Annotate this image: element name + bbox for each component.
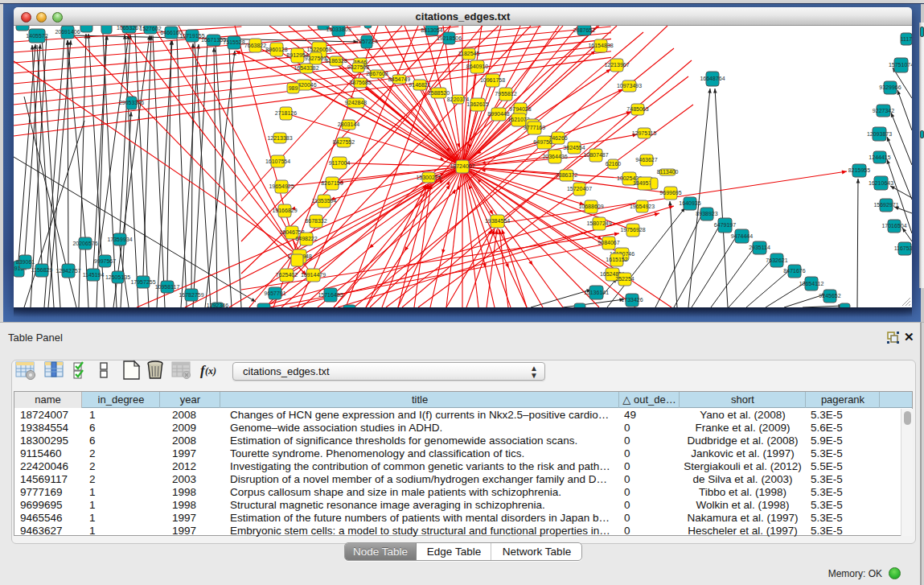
svg-text:10653267: 10653267 xyxy=(117,26,142,31)
svg-text:6479197: 6479197 xyxy=(714,222,736,228)
svg-text:9245652: 9245652 xyxy=(819,293,840,299)
svg-text:9329966: 9329966 xyxy=(879,84,901,90)
svg-text:8990448: 8990448 xyxy=(487,111,509,117)
svg-text:8471676: 8471676 xyxy=(783,268,805,274)
svg-text:2718126: 2718126 xyxy=(275,110,297,116)
svg-text:15300275: 15300275 xyxy=(416,175,441,180)
svg-text:9084067: 9084067 xyxy=(598,240,619,245)
svg-text:746266: 746266 xyxy=(548,135,567,141)
svg-text:16914479: 16914479 xyxy=(301,272,326,278)
svg-text:1640935: 1640935 xyxy=(679,200,700,206)
svg-text:19654925: 19654925 xyxy=(269,183,294,189)
svg-text:8186328: 8186328 xyxy=(325,58,347,64)
svg-text:16543382: 16543382 xyxy=(294,65,318,71)
svg-text:8813054: 8813054 xyxy=(421,27,442,33)
svg-text:7386372: 7386372 xyxy=(556,172,577,178)
svg-text:3875685: 3875685 xyxy=(349,80,371,85)
svg-text:7857224: 7857224 xyxy=(355,39,377,44)
svg-text:15136141: 15136141 xyxy=(584,290,609,295)
svg-text:9777169: 9777169 xyxy=(524,125,545,130)
svg-text:17359934: 17359934 xyxy=(107,237,132,242)
svg-text:989: 989 xyxy=(289,85,298,91)
svg-text:17016504: 17016504 xyxy=(881,223,906,229)
svg-text:10958117: 10958117 xyxy=(155,284,180,290)
svg-text:8220374: 8220374 xyxy=(447,97,469,102)
svg-text:2867608: 2867608 xyxy=(366,71,388,76)
svg-text:10973493: 10973493 xyxy=(617,83,642,89)
svg-text:10961758: 10961758 xyxy=(480,77,505,83)
svg-text:8960128: 8960128 xyxy=(265,47,287,52)
svg-text:6498222: 6498222 xyxy=(295,236,317,241)
svg-text:1244415: 1244415 xyxy=(869,154,890,160)
svg-text:19756928: 19756928 xyxy=(620,227,645,233)
svg-text:8640910: 8640910 xyxy=(466,64,488,69)
svg-text:7625402: 7625402 xyxy=(276,272,298,278)
svg-text:1615152: 1615152 xyxy=(606,257,627,262)
svg-text:15720407: 15720407 xyxy=(567,186,592,192)
svg-text:1145194: 1145194 xyxy=(83,272,105,278)
svg-text:1588520: 1588520 xyxy=(428,90,450,96)
svg-text:2087652: 2087652 xyxy=(573,27,595,33)
svg-text:1182545: 1182545 xyxy=(458,51,480,56)
svg-text:8267150: 8267150 xyxy=(321,180,343,186)
svg-text:16107554: 16107554 xyxy=(265,159,290,164)
svg-text:8427552: 8427552 xyxy=(333,139,355,145)
svg-text:3824554: 3824554 xyxy=(563,145,585,150)
svg-text:16782759: 16782759 xyxy=(179,292,203,298)
svg-text:9463627: 9463627 xyxy=(635,157,657,163)
svg-text:12505135: 12505135 xyxy=(105,274,130,280)
svg-text:12213967: 12213967 xyxy=(604,62,629,68)
svg-text:10807487: 10807487 xyxy=(583,152,608,158)
svg-text:10654112: 10654112 xyxy=(799,281,824,286)
svg-text:9474444: 9474444 xyxy=(731,233,753,239)
svg-text:839061: 839061 xyxy=(16,259,35,265)
svg-text:9327503: 9327503 xyxy=(305,56,326,61)
svg-text:9327508: 9327508 xyxy=(347,64,369,70)
svg-text:12213383: 12213383 xyxy=(267,135,292,141)
svg-text:9997567: 9997567 xyxy=(94,258,116,264)
svg-text:20364436: 20364436 xyxy=(542,154,567,159)
svg-text:15692971: 15692971 xyxy=(873,202,898,208)
svg-text:9657791: 9657791 xyxy=(264,290,285,296)
svg-text:(x): (x) xyxy=(205,365,216,377)
svg-text:19654923: 19654923 xyxy=(630,204,655,209)
svg-text:15751074: 15751074 xyxy=(889,62,912,68)
svg-text:7515528: 7515528 xyxy=(223,39,244,45)
svg-text:1156829: 1156829 xyxy=(31,267,53,273)
svg-text:20206576: 20206576 xyxy=(72,241,97,246)
svg-text:9227342: 9227342 xyxy=(873,108,894,113)
svg-text:9699695: 9699695 xyxy=(659,190,681,196)
svg-text:9146821: 9146821 xyxy=(409,82,430,88)
svg-text:15807249: 15807249 xyxy=(586,220,611,226)
svg-text:19218506: 19218506 xyxy=(437,35,462,41)
svg-text:12942757: 12942757 xyxy=(55,268,80,274)
svg-text:7485063: 7485063 xyxy=(626,106,648,112)
svg-text:16154838: 16154838 xyxy=(588,43,613,48)
svg-text:9242848: 9242848 xyxy=(345,100,367,105)
svg-text:7663822: 7663822 xyxy=(244,43,266,48)
svg-text:8454749: 8454749 xyxy=(388,76,410,82)
svg-text:2803144: 2803144 xyxy=(338,122,359,127)
svg-text:15716485: 15716485 xyxy=(318,292,343,298)
svg-text:8678332: 8678332 xyxy=(305,218,326,224)
svg-text:1167533: 1167533 xyxy=(894,245,912,251)
svg-text:8938923: 8938923 xyxy=(696,211,717,216)
svg-text:1117: 1117 xyxy=(901,36,912,42)
svg-text:62160: 62160 xyxy=(606,161,622,167)
svg-text:19384554: 19384554 xyxy=(485,218,510,224)
svg-text:1405572: 1405572 xyxy=(26,33,47,39)
svg-text:16210643: 16210643 xyxy=(869,180,893,186)
svg-text:9794028: 9794028 xyxy=(509,106,531,112)
svg-text:16648764: 16648764 xyxy=(700,76,725,81)
svg-text:17957255: 17957255 xyxy=(130,279,155,285)
svg-text:20691406: 20691406 xyxy=(55,29,80,35)
svg-text:18724007: 18724007 xyxy=(450,163,474,169)
svg-text:8113400: 8113400 xyxy=(657,169,679,175)
svg-text:2935114: 2935114 xyxy=(749,245,770,250)
svg-text:9117004: 9117004 xyxy=(329,160,351,166)
svg-text:1362615: 1362615 xyxy=(466,101,488,107)
svg-text:29053346: 29053346 xyxy=(119,100,144,105)
svg-text:1733426: 1733426 xyxy=(621,297,643,303)
svg-text:12093873: 12093873 xyxy=(867,131,892,137)
svg-text:10688609: 10688609 xyxy=(578,204,603,209)
